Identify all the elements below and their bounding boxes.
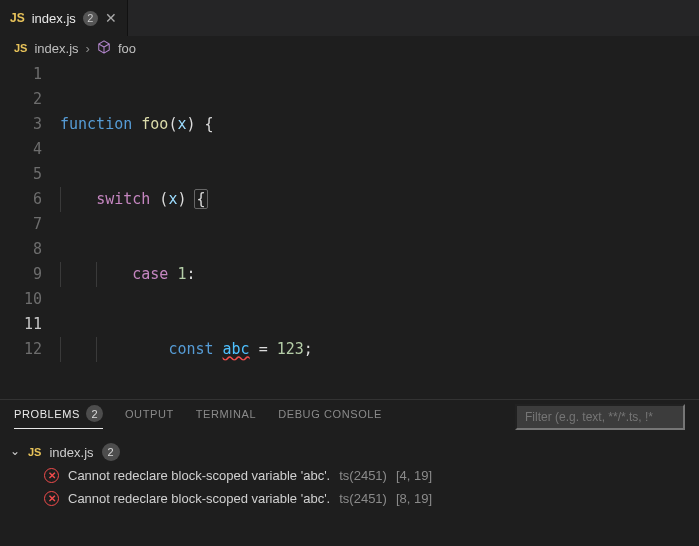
breadcrumb-file[interactable]: index.js xyxy=(34,41,78,56)
js-file-icon: JS xyxy=(14,42,27,54)
problems-filter-input[interactable] xyxy=(515,404,685,430)
problem-location: [8, 19] xyxy=(396,491,432,506)
problem-code: ts(2451) xyxy=(339,468,387,483)
problem-item[interactable]: ✕ Cannot redeclare block-scoped variable… xyxy=(10,487,689,510)
tab-debug-console[interactable]: DEBUG CONSOLE xyxy=(278,408,382,426)
breadcrumb[interactable]: JS index.js › foo xyxy=(0,36,699,60)
problems-list: ⌄ JS index.js 2 ✕ Cannot redeclare block… xyxy=(0,434,699,510)
tab-bar: JS index.js 2 ✕ xyxy=(0,0,699,36)
problem-message: Cannot redeclare block-scoped variable '… xyxy=(68,468,330,483)
problems-count-badge: 2 xyxy=(86,405,103,422)
symbol-icon xyxy=(97,40,111,57)
close-icon[interactable]: ✕ xyxy=(105,10,117,26)
line-number: 1 xyxy=(0,62,42,87)
problem-item[interactable]: ✕ Cannot redeclare block-scoped variable… xyxy=(10,464,689,487)
panel-tabbar: PROBLEMS2 OUTPUT TERMINAL DEBUG CONSOLE xyxy=(0,400,699,434)
tab-output[interactable]: OUTPUT xyxy=(125,408,174,426)
bottom-panel: PROBLEMS2 OUTPUT TERMINAL DEBUG CONSOLE … xyxy=(0,399,699,546)
problem-message: Cannot redeclare block-scoped variable '… xyxy=(68,491,330,506)
breadcrumb-separator: › xyxy=(86,41,90,56)
js-file-icon: JS xyxy=(10,11,25,25)
problems-file-name: index.js xyxy=(49,445,93,460)
code-line[interactable]: const abc = 123; xyxy=(60,337,699,362)
line-number: 10 xyxy=(0,287,42,312)
code-line[interactable]: function foo(x) { xyxy=(60,112,699,137)
chevron-down-icon[interactable]: ⌄ xyxy=(10,444,20,458)
tab-filename: index.js xyxy=(32,11,76,26)
line-number: 6 xyxy=(0,187,42,212)
code-line[interactable]: case 1: xyxy=(60,262,699,287)
tab-problems-badge: 2 xyxy=(83,11,98,26)
line-number: 12 xyxy=(0,337,42,362)
line-number: 9 xyxy=(0,262,42,287)
error-icon: ✕ xyxy=(44,491,59,506)
error-icon: ✕ xyxy=(44,468,59,483)
tab-terminal[interactable]: TERMINAL xyxy=(196,408,256,426)
line-number: 11 xyxy=(0,312,42,337)
line-number: 8 xyxy=(0,237,42,262)
js-file-icon: JS xyxy=(28,446,41,458)
problems-file-row[interactable]: ⌄ JS index.js 2 xyxy=(10,440,689,464)
line-number: 7 xyxy=(0,212,42,237)
breadcrumb-symbol[interactable]: foo xyxy=(118,41,136,56)
line-number: 3 xyxy=(0,112,42,137)
line-number: 2 xyxy=(0,87,42,112)
editor-tab[interactable]: JS index.js 2 ✕ xyxy=(0,0,128,36)
tab-problems[interactable]: PROBLEMS2 xyxy=(14,405,103,429)
line-number: 4 xyxy=(0,137,42,162)
code-line[interactable]: switch (x) { xyxy=(60,187,699,212)
problem-code: ts(2451) xyxy=(339,491,387,506)
problem-location: [4, 19] xyxy=(396,468,432,483)
error-underline: abc xyxy=(223,340,250,358)
file-problems-count: 2 xyxy=(102,443,120,461)
line-number: 5 xyxy=(0,162,42,187)
